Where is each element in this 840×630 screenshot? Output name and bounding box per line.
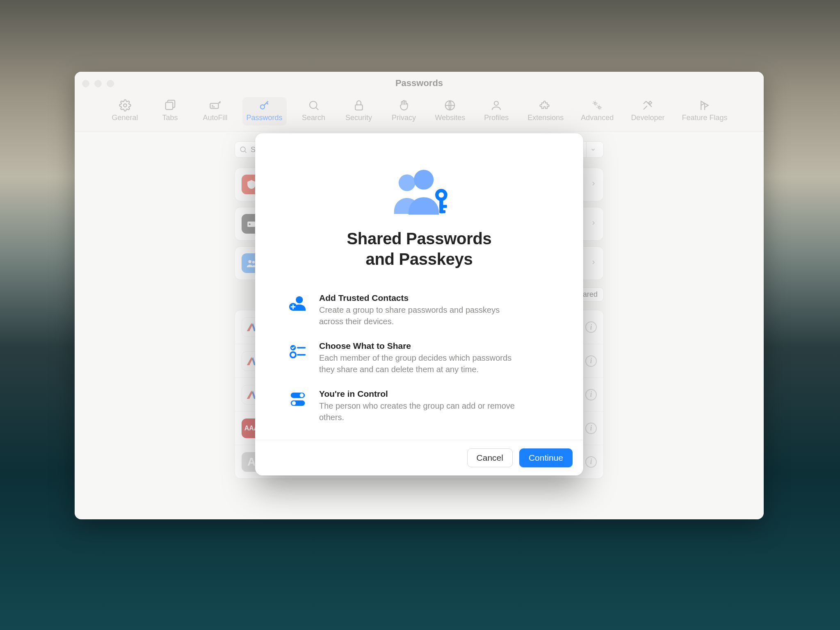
minimize-window-button[interactable] <box>94 80 102 87</box>
tab-label: Profiles <box>484 114 509 122</box>
tab-extensions[interactable]: Extensions <box>523 97 568 125</box>
svg-rect-2 <box>210 103 218 109</box>
globe-icon <box>443 100 457 111</box>
autofill-icon <box>208 100 223 111</box>
feature-desc: Create a group to share passwords and pa… <box>319 305 516 327</box>
tab-label: Extensions <box>527 114 564 122</box>
feature-desc: Each member of the group decides which p… <box>319 353 516 375</box>
tab-label: Websites <box>435 114 466 122</box>
feature-desc: The person who creates the group can add… <box>319 400 516 423</box>
tab-label: Passwords <box>247 114 283 122</box>
titlebar: Passwords <box>75 72 764 95</box>
tab-security[interactable]: Security <box>341 97 377 125</box>
chevron-right-icon <box>590 220 597 228</box>
modal-footer: Cancel Continue <box>255 440 583 475</box>
svg-rect-1 <box>165 102 173 110</box>
svg-point-16 <box>414 170 434 189</box>
modal-feature-list: Add Trusted Contacts Create a group to s… <box>280 293 559 423</box>
svg-point-10 <box>240 147 245 152</box>
tools-icon <box>640 100 655 111</box>
tab-feature-flags[interactable]: Feature Flags <box>678 97 731 125</box>
hand-icon <box>397 100 411 111</box>
tab-profiles[interactable]: Profiles <box>478 97 514 125</box>
tab-advanced[interactable]: Advanced <box>577 97 618 125</box>
tabs-icon <box>163 100 178 111</box>
person-icon <box>489 100 504 111</box>
svg-point-22 <box>296 296 303 303</box>
svg-point-0 <box>123 104 127 107</box>
chevron-down-icon <box>590 147 596 152</box>
info-icon[interactable]: i <box>585 355 597 367</box>
svg-point-4 <box>310 101 317 109</box>
svg-point-13 <box>249 260 252 264</box>
search-options-dropdown[interactable] <box>586 141 599 158</box>
window-controls[interactable] <box>82 80 114 87</box>
info-icon[interactable]: i <box>585 321 597 333</box>
svg-point-15 <box>399 174 415 191</box>
people-key-hero-icon <box>380 166 458 221</box>
desktop: Passwords General Tabs AutoFill Password… <box>0 0 840 630</box>
close-window-button[interactable] <box>82 80 89 87</box>
tab-label: Advanced <box>581 114 614 122</box>
gear-icon <box>118 100 132 111</box>
feature-title: Add Trusted Contacts <box>319 293 516 303</box>
tab-websites[interactable]: Websites <box>431 97 470 125</box>
window-title: Passwords <box>395 78 443 89</box>
toggles-icon <box>288 389 308 409</box>
lock-icon <box>352 100 366 111</box>
shared-passwords-intro-modal: Shared Passwords and Passkeys Add Truste… <box>255 133 583 475</box>
chevron-right-icon <box>590 180 597 189</box>
modal-title: Shared Passwords and Passkeys <box>347 228 491 269</box>
tab-tabs[interactable]: Tabs <box>152 97 188 125</box>
feature-youre-in-control: You're in Control The person who creates… <box>280 389 559 423</box>
info-icon[interactable]: i <box>585 456 597 468</box>
info-icon[interactable]: i <box>585 423 597 434</box>
tab-label: Search <box>302 114 325 122</box>
svg-rect-21 <box>439 210 445 213</box>
svg-point-14 <box>252 261 255 263</box>
tab-label: Privacy <box>392 114 416 122</box>
tab-label: Security <box>345 114 372 122</box>
svg-point-33 <box>292 401 296 405</box>
zoom-window-button[interactable] <box>107 80 114 87</box>
flags-icon <box>697 100 712 111</box>
svg-point-7 <box>494 101 498 105</box>
svg-point-9 <box>598 107 600 109</box>
svg-rect-5 <box>355 105 363 110</box>
svg-rect-25 <box>291 306 296 307</box>
feature-title: Choose What to Share <box>319 341 516 351</box>
continue-button[interactable]: Continue <box>519 448 573 467</box>
chevron-right-icon <box>590 259 597 267</box>
tab-label: Tabs <box>162 114 178 122</box>
feature-add-trusted-contacts: Add Trusted Contacts Create a group to s… <box>280 293 559 327</box>
tab-privacy[interactable]: Privacy <box>386 97 422 125</box>
tab-passwords[interactable]: Passwords <box>242 97 287 125</box>
svg-point-12 <box>249 223 251 225</box>
preferences-tabs: General Tabs AutoFill Passwords Search S… <box>75 95 764 132</box>
person-add-icon <box>288 293 308 313</box>
svg-rect-11 <box>247 222 256 227</box>
svg-rect-20 <box>439 205 447 208</box>
svg-point-18 <box>438 192 444 198</box>
checklist-icon <box>288 341 308 361</box>
svg-point-3 <box>260 105 265 109</box>
tab-label: General <box>112 114 138 122</box>
svg-point-8 <box>594 102 596 105</box>
search-icon <box>239 146 247 154</box>
info-icon[interactable]: i <box>585 389 597 400</box>
tab-label: Developer <box>631 114 664 122</box>
cancel-button[interactable]: Cancel <box>467 448 513 467</box>
search-icon <box>306 100 321 111</box>
tab-developer[interactable]: Developer <box>627 97 669 125</box>
tab-label: Feature Flags <box>682 114 727 122</box>
key-icon <box>257 100 272 111</box>
gears-icon <box>590 100 605 111</box>
svg-point-28 <box>290 352 296 357</box>
feature-choose-what-to-share: Choose What to Share Each member of the … <box>280 341 559 375</box>
tab-search[interactable]: Search <box>296 97 332 125</box>
tab-autofill[interactable]: AutoFill <box>197 97 233 125</box>
tab-general[interactable]: General <box>107 97 143 125</box>
svg-point-31 <box>300 393 304 398</box>
tab-label: AutoFill <box>203 114 228 122</box>
feature-title: You're in Control <box>319 389 516 399</box>
